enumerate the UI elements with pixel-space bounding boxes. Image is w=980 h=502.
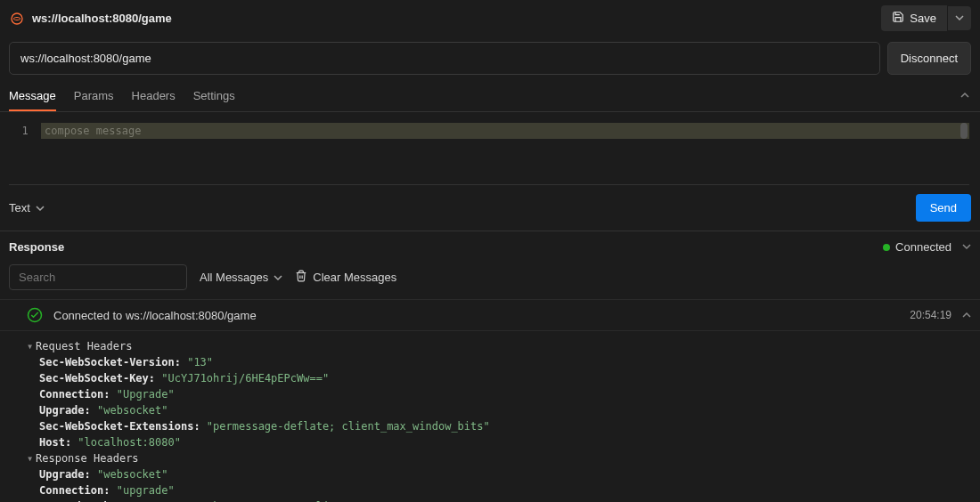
- tab-params[interactable]: Params: [74, 84, 114, 111]
- message-editor[interactable]: 1 compose message: [9, 123, 969, 185]
- header-key: Host:: [39, 436, 78, 449]
- connection-event-time: 20:54:19: [910, 309, 951, 321]
- success-icon: [27, 307, 43, 323]
- chevron-down-icon: [274, 273, 282, 282]
- tab-headers[interactable]: Headers: [132, 84, 176, 111]
- header-line: Sec-WebSocket-Version: "13": [27, 354, 971, 370]
- editor-placeholder: compose message: [41, 125, 141, 137]
- header-key: Connection:: [39, 484, 117, 497]
- response-title: Response: [9, 240, 883, 254]
- header-value: "permessage-deflate; client_max_window_b…: [207, 420, 490, 433]
- header-line: Upgrade: "websocket": [27, 466, 971, 482]
- header-line: Host: "localhost:8080": [27, 434, 971, 450]
- editor-line-number: 1: [9, 123, 41, 139]
- request-headers-section[interactable]: ▾Request Headers: [27, 338, 971, 354]
- svg-point-0: [12, 13, 22, 24]
- connection-event-text: Connected to ws://localhost:8080/game: [53, 309, 910, 322]
- messages-filter-dropdown[interactable]: All Messages: [200, 271, 282, 284]
- tab-settings[interactable]: Settings: [193, 84, 235, 111]
- status-dropdown[interactable]: [962, 240, 971, 254]
- header-key: Upgrade:: [39, 468, 97, 481]
- messages-search-input[interactable]: [9, 264, 187, 290]
- header-line: Connection: "upgrade": [27, 482, 971, 498]
- response-headers-section[interactable]: ▾Response Headers: [27, 450, 971, 466]
- websocket-url-input[interactable]: [9, 42, 880, 75]
- message-format-dropdown[interactable]: Text: [9, 201, 45, 215]
- header-line: Sec-WebSocket-Extensions: "permessage-de…: [27, 418, 971, 434]
- clear-messages-button[interactable]: Clear Messages: [295, 270, 396, 285]
- websocket-icon: [9, 11, 25, 27]
- header-key: Connection:: [39, 388, 117, 401]
- collapse-request-pane[interactable]: [959, 84, 971, 111]
- chevron-down-icon: [36, 204, 45, 213]
- disconnect-button[interactable]: Disconnect: [887, 42, 971, 75]
- clear-messages-label: Clear Messages: [313, 271, 396, 284]
- request-tabs: Message Params Headers Settings: [0, 84, 980, 112]
- send-button[interactable]: Send: [916, 194, 971, 222]
- status-indicator-icon: [883, 244, 890, 251]
- header-key: Sec-WebSocket-Version:: [39, 356, 187, 368]
- header-line: Sec-WebSocket-Accept: "BayJk3FWGVDz+2FBL…: [27, 498, 971, 502]
- header-key: Sec-WebSocket-Key:: [39, 372, 161, 385]
- header-value: "upgrade": [117, 484, 175, 497]
- tab-message[interactable]: Message: [9, 84, 56, 111]
- save-dropdown-button[interactable]: [948, 6, 971, 30]
- header-line: Connection: "Upgrade": [27, 386, 971, 402]
- header-value: "websocket": [97, 404, 167, 417]
- header-value: "Upgrade": [117, 388, 175, 401]
- editor-scrollbar[interactable]: [960, 123, 968, 139]
- header-value: "UcYJ71ohrij/6HE4pEPcWw==": [161, 372, 329, 385]
- header-value: "13": [187, 356, 213, 368]
- connection-event-row[interactable]: Connected to ws://localhost:8080/game 20…: [0, 299, 980, 331]
- messages-filter-label: All Messages: [200, 271, 268, 284]
- message-format-label: Text: [9, 201, 30, 215]
- header-key: Upgrade:: [39, 404, 97, 417]
- save-button-label: Save: [910, 12, 936, 25]
- header-value: "websocket": [97, 468, 167, 481]
- save-button[interactable]: Save: [881, 5, 947, 31]
- headers-detail: ▾Request HeadersSec-WebSocket-Version: "…: [0, 331, 980, 502]
- save-icon: [892, 11, 904, 26]
- connection-status-label: Connected: [895, 240, 951, 254]
- header-key: Sec-WebSocket-Extensions:: [39, 420, 207, 433]
- request-title: ws://localhost:8080/game: [32, 12, 874, 25]
- trash-icon: [295, 270, 307, 285]
- header-line: Upgrade: "websocket": [27, 402, 971, 418]
- collapse-event-toggle[interactable]: [962, 309, 971, 322]
- header-line: Sec-WebSocket-Key: "UcYJ71ohrij/6HE4pEPc…: [27, 370, 971, 386]
- header-value: "localhost:8080": [78, 436, 181, 449]
